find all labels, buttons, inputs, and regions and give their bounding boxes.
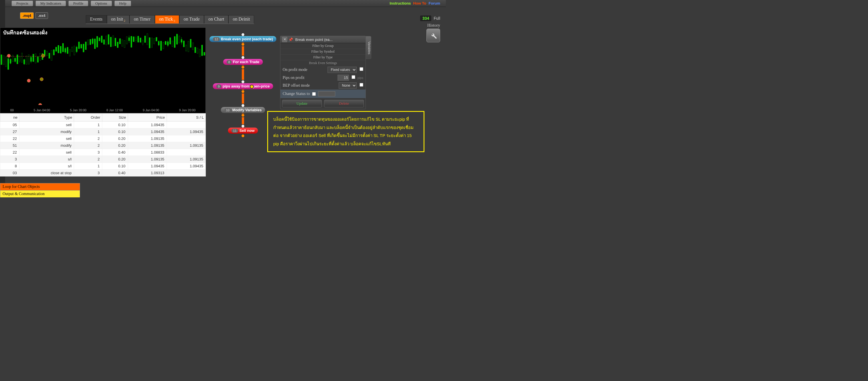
table-row[interactable]: 22sell20.201.09135	[0, 135, 206, 142]
svg-rect-127	[145, 36, 146, 42]
svg-point-183	[27, 79, 31, 82]
delete-button[interactable]: Delete	[324, 100, 364, 107]
tab-on-timer[interactable]: on Timer	[129, 15, 155, 24]
table-cell: 3	[0, 156, 20, 163]
table-row[interactable]: 8s/l10.101.094351.09435	[0, 163, 206, 170]
table-cell: 51	[0, 142, 20, 149]
svg-rect-47	[53, 50, 54, 55]
svg-rect-177	[202, 45, 203, 56]
tab-events[interactable]: Events	[86, 15, 107, 24]
flow-node[interactable]: 10Modify Variables	[221, 107, 265, 113]
candlestick-chart	[0, 33, 206, 105]
history-link[interactable]: History	[420, 23, 440, 28]
table-row[interactable]: 22sell30.401.08833	[0, 149, 206, 156]
flow-node[interactable]: 11Sell now	[228, 127, 258, 134]
node-number: 8	[227, 60, 232, 64]
update-button[interactable]: Update	[282, 100, 322, 107]
svg-rect-43	[49, 53, 50, 58]
profit-mode-checkbox[interactable]	[360, 67, 363, 71]
flow-node[interactable]: 8For each Trade	[223, 59, 263, 65]
svg-rect-23	[26, 56, 27, 65]
flow-node[interactable]: 9pips away from open-price	[213, 83, 273, 89]
top-right-status: 334 Full History	[420, 16, 440, 28]
full-label[interactable]: Full	[434, 16, 440, 21]
status-color-picker[interactable]	[318, 91, 335, 96]
svg-rect-85	[97, 36, 98, 47]
close-icon[interactable]: ✕	[282, 37, 287, 42]
link-forum[interactable]: Forum	[429, 1, 440, 5]
table-header: Size	[102, 114, 128, 122]
table-cell: 3	[74, 170, 102, 176]
menu-help[interactable]: Help	[114, 1, 131, 6]
pin-icon[interactable]: 📌	[288, 37, 293, 42]
time-tick: 8 Jan 12:00	[106, 109, 123, 112]
svg-rect-129	[147, 33, 148, 45]
table-cell: close at stop	[19, 170, 74, 176]
price-chart[interactable]: บันทึกอตซ้อนสองฝั่ง 005 Jan 04:005 Jan 2…	[0, 27, 206, 113]
filter-by-symbol[interactable]: Filter by Symbol	[280, 49, 366, 55]
table-row[interactable]: 3s/l20.201.091351.09135	[0, 156, 206, 163]
table-row[interactable]: 27modify10.101.094351.09435	[0, 128, 206, 135]
svg-rect-121	[138, 36, 139, 42]
profit-mode-select[interactable]: Fixed values	[328, 67, 357, 73]
svg-rect-57	[65, 48, 66, 52]
bep-mode-select[interactable]: None	[339, 82, 357, 89]
menu-profile[interactable]: Profile	[68, 1, 88, 6]
svg-rect-109	[124, 40, 125, 48]
svg-rect-163	[185, 45, 187, 51]
link-howto[interactable]: How To	[413, 1, 427, 5]
variables-side-tab[interactable]: Variables	[366, 36, 371, 59]
export-mq4-button[interactable]: .mq4	[20, 12, 34, 19]
svg-rect-67	[76, 47, 77, 52]
export-ex4-button[interactable]: .ex4	[35, 12, 48, 19]
table-cell: 3	[74, 149, 102, 156]
flow-node[interactable]: 12Break even point (each trade)	[210, 36, 276, 42]
table-cell: 0.40	[102, 170, 128, 176]
top-links: Instructions How To Forum	[390, 1, 446, 5]
menu-my-indicators[interactable]: My Indicators	[35, 1, 66, 6]
pips-profit-checkbox[interactable]	[351, 75, 355, 79]
svg-rect-131	[149, 37, 150, 48]
svg-point-182	[41, 54, 45, 58]
table-cell: 1.09435	[167, 128, 206, 135]
settings-wrench-button[interactable]	[427, 29, 440, 42]
table-cell: 1.09435	[167, 163, 206, 170]
table-cell: 1.09135	[167, 142, 206, 149]
tab-on-trade[interactable]: on Trade	[179, 15, 204, 24]
filter-by-group[interactable]: Filter by Group	[280, 43, 366, 49]
svg-rect-95	[108, 35, 109, 44]
svg-rect-1	[1, 55, 2, 65]
table-row[interactable]: 03close at stop30.401.09313	[0, 170, 206, 176]
svg-rect-145	[165, 41, 166, 44]
table-cell: 27	[0, 128, 20, 135]
table-row[interactable]: 05sell10.101.09435	[0, 122, 206, 128]
bep-mode-checkbox[interactable]	[360, 83, 363, 87]
tab-on-chart[interactable]: on Chart	[204, 15, 229, 24]
svg-rect-27	[31, 57, 32, 61]
table-cell: 0.20	[102, 142, 128, 149]
table-header: Price	[128, 114, 167, 122]
tab-on-deinit[interactable]: on Deinit	[228, 15, 254, 24]
tab-on-init[interactable]: on Init 2	[107, 15, 130, 24]
svg-point-185	[39, 103, 42, 105]
menu-projects[interactable]: Projects	[11, 1, 33, 6]
category-output-communication[interactable]: Output & Communication	[0, 190, 80, 197]
svg-rect-147	[167, 42, 168, 46]
pips-profit-input[interactable]	[338, 75, 349, 81]
svg-rect-75	[85, 42, 86, 50]
table-header: Order	[74, 114, 102, 122]
table-row[interactable]: 51modify20.201.091351.09135	[0, 142, 206, 149]
svg-rect-93	[106, 36, 107, 45]
filter-by-type[interactable]: Filter by Type	[280, 55, 366, 60]
tab-on-tick[interactable]: on Tick 9	[155, 15, 180, 24]
link-instructions[interactable]: Instructions	[390, 1, 411, 5]
svg-rect-143	[163, 42, 164, 49]
properties-buttons: Update Delete	[280, 98, 366, 109]
table-cell: 1.09435	[128, 128, 167, 135]
change-status-checkbox[interactable]	[312, 92, 316, 96]
svg-rect-119	[135, 38, 136, 40]
svg-rect-69	[78, 42, 80, 49]
category-loop-chart-objects[interactable]: Loop for Chart Objects	[0, 183, 80, 190]
svg-rect-65	[74, 46, 75, 55]
menu-options[interactable]: Options	[91, 1, 112, 6]
